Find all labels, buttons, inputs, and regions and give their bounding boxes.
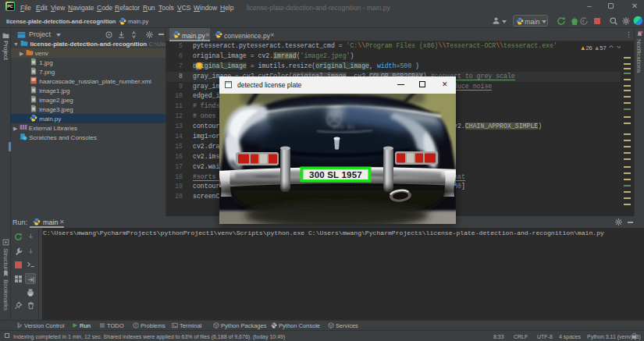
svg-text:300 SL: 300 SL bbox=[333, 124, 356, 130]
svg-text:300 SL 1957: 300 SL 1957 bbox=[309, 170, 362, 179]
